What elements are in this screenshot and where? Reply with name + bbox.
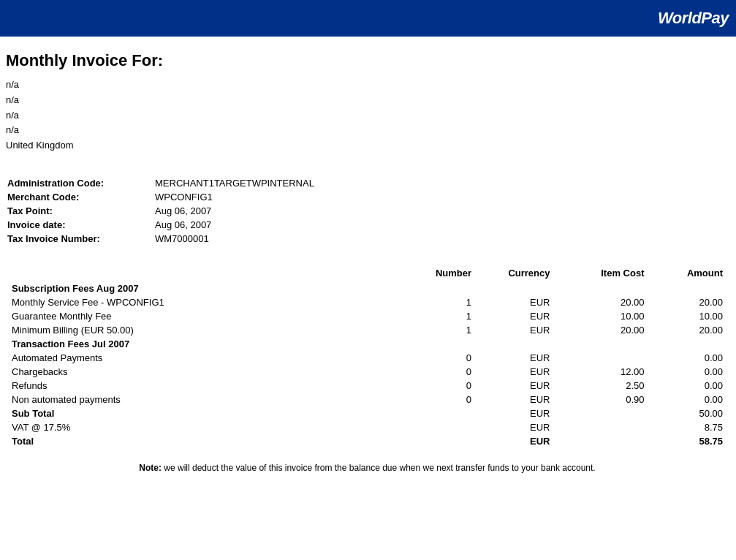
admin-code-label: Administration Code: [7,177,153,189]
row-amount: 0.00 [650,393,729,406]
row-label: Automated Payments [6,351,399,365]
section-heading-row: Subscription Fees Aug 2007 [6,281,729,295]
row-amount: 0.00 [650,351,729,365]
section-heading: Subscription Fees Aug 2007 [6,281,729,295]
admin-code-value: MERCHANT1TARGETWPINTERNAL [155,177,727,189]
invoice-date-value: Aug 06, 2007 [155,219,727,231]
row-number: 0 [399,351,477,365]
total-amount: 58.75 [650,434,729,448]
vat-number [399,420,477,434]
merchant-code-label: Merchant Code: [7,191,153,203]
table-row: Minimum Billing (EUR 50.00)1EUR20.0020.0… [6,323,729,337]
col-header-label [6,265,399,281]
row-label: Refunds [6,379,399,393]
row-item-cost [555,351,650,365]
table-header-row: Number Currency Item Cost Amount [6,265,729,281]
meta-row-merchant-code: Merchant Code: WPCONFIG1 [7,191,727,203]
invoice-date-label: Invoice date: [7,219,153,231]
address-line4: n/a [6,123,729,138]
vat-label: VAT @ 17.5% [6,420,399,434]
col-header-currency: Currency [477,265,555,281]
row-item-cost: 12.00 [555,365,650,379]
tax-invoice-number-value: WM7000001 [155,232,727,245]
tax-point-value: Aug 06, 2007 [155,205,727,217]
row-number: 0 [399,365,477,379]
total-item-cost [555,434,650,448]
row-number: 1 [399,295,477,309]
address-line1: n/a [6,77,729,93]
address-line2: n/a [6,93,729,108]
row-item-cost: 20.00 [555,323,650,337]
address-line3: n/a [6,108,729,124]
tax-invoice-number-label: Tax Invoice Number: [7,232,153,245]
invoice-table: Number Currency Item Cost Amount Subscri… [6,265,729,448]
table-row: Guarantee Monthly Fee1EUR10.0010.00 [6,309,729,323]
subtotal-number [399,406,477,420]
note-section: Note: we will deduct the value of this i… [6,463,729,473]
worldpay-logo: WorldPay [658,9,729,28]
col-header-amount: Amount [650,265,729,281]
row-item-cost: 0.90 [555,393,650,406]
meta-row-tax-invoice-number: Tax Invoice Number: WM7000001 [7,232,727,245]
row-amount: 0.00 [650,365,729,379]
col-header-item-cost: Item Cost [555,265,650,281]
row-currency: EUR [477,295,555,309]
table-row: Automated Payments0EUR0.00 [6,351,729,365]
row-item-cost: 2.50 [555,379,650,393]
row-currency: EUR [477,323,555,337]
subtotal-amount: 50.00 [650,406,729,420]
row-label: Chargebacks [6,365,399,379]
subtotal-label: Sub Total [6,406,399,420]
table-row: Monthly Service Fee - WPCONFIG11EUR20.00… [6,295,729,309]
table-row: Refunds0EUR2.500.00 [6,379,729,393]
row-amount: 20.00 [650,295,729,309]
merchant-code-value: WPCONFIG1 [155,191,727,203]
section-heading-row: Transaction Fees Jul 2007 [6,337,729,351]
subtotal-currency: EUR [477,406,555,420]
vat-item-cost [555,420,650,434]
vat-row: VAT @ 17.5% EUR 8.75 [6,420,729,434]
invoice-table-body: Subscription Fees Aug 2007Monthly Servic… [6,281,729,448]
row-item-cost: 20.00 [555,295,650,309]
meta-row-admin-code: Administration Code: MERCHANT1TARGETWPIN… [7,177,727,189]
meta-table: Administration Code: MERCHANT1TARGETWPIN… [6,175,729,246]
row-amount: 0.00 [650,379,729,393]
row-label: Non automated payments [6,393,399,406]
address-block: n/a n/a n/a n/a United Kingdom [6,77,729,154]
subtotal-item-cost [555,406,650,420]
row-amount: 10.00 [650,309,729,323]
row-label: Monthly Service Fee - WPCONFIG1 [6,295,399,309]
total-number [399,434,477,448]
row-label: Minimum Billing (EUR 50.00) [6,323,399,337]
main-content: Monthly Invoice For: n/a n/a n/a n/a Uni… [0,37,736,488]
vat-amount: 8.75 [650,420,729,434]
vat-currency: EUR [477,420,555,434]
meta-row-tax-point: Tax Point: Aug 06, 2007 [7,205,727,217]
row-currency: EUR [477,309,555,323]
row-currency: EUR [477,379,555,393]
col-header-number: Number [399,265,477,281]
row-currency: EUR [477,351,555,365]
note-text: we will deduct the value of this invoice… [162,463,596,473]
row-item-cost: 10.00 [555,309,650,323]
total-currency: EUR [477,434,555,448]
meta-row-invoice-date: Invoice date: Aug 06, 2007 [7,219,727,231]
header-bar: WorldPay [0,0,736,37]
table-row: Chargebacks0EUR12.000.00 [6,365,729,379]
row-number: 0 [399,393,477,406]
invoice-title: Monthly Invoice For: [6,51,729,70]
row-currency: EUR [477,365,555,379]
row-label: Guarantee Monthly Fee [6,309,399,323]
tax-point-label: Tax Point: [7,205,153,217]
section-heading: Transaction Fees Jul 2007 [6,337,729,351]
subtotal-row: Sub Total EUR 50.00 [6,406,729,420]
note-bold: Note: [139,463,162,473]
row-currency: EUR [477,393,555,406]
table-row: Non automated payments0EUR0.900.00 [6,393,729,406]
row-number: 1 [399,309,477,323]
total-label: Total [6,434,399,448]
row-amount: 20.00 [650,323,729,337]
address-country: United Kingdom [6,138,729,154]
row-number: 0 [399,379,477,393]
row-number: 1 [399,323,477,337]
